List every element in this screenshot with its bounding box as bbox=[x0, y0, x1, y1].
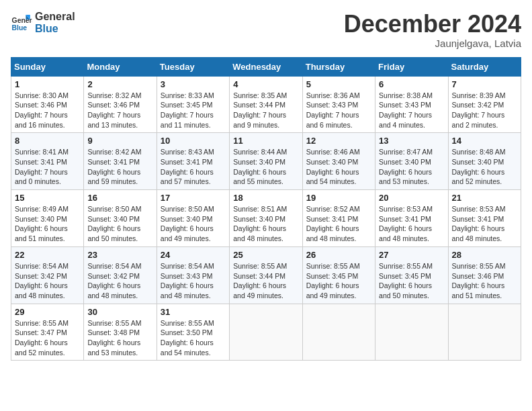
calendar-day-8: 8Sunrise: 8:41 AMSunset: 3:41 PMDaylight… bbox=[11, 133, 84, 190]
day-info: Sunrise: 8:52 AMSunset: 3:41 PMDaylight:… bbox=[306, 204, 371, 244]
calendar-week-5: 29Sunrise: 8:55 AMSunset: 3:47 PMDayligh… bbox=[11, 304, 521, 361]
day-info: Sunrise: 8:42 AMSunset: 3:41 PMDaylight:… bbox=[87, 147, 152, 187]
logo-icon: General Blue bbox=[11, 12, 32, 34]
day-info: Sunrise: 8:53 AMSunset: 3:41 PMDaylight:… bbox=[379, 204, 444, 244]
day-info: Sunrise: 8:55 AMSunset: 3:48 PMDaylight:… bbox=[87, 318, 152, 358]
logo: General Blue General Blue bbox=[11, 11, 75, 34]
calendar-day-22: 22Sunrise: 8:54 AMSunset: 3:42 PMDayligh… bbox=[11, 246, 84, 304]
day-info: Sunrise: 8:48 AMSunset: 3:40 PMDaylight:… bbox=[452, 147, 517, 187]
day-number: 30 bbox=[87, 307, 152, 317]
calendar-day-17: 17Sunrise: 8:50 AMSunset: 3:40 PMDayligh… bbox=[157, 190, 229, 247]
calendar-day-25: 25Sunrise: 8:55 AMSunset: 3:44 PMDayligh… bbox=[230, 246, 302, 304]
day-number: 31 bbox=[161, 307, 226, 317]
day-number: 5 bbox=[306, 79, 371, 89]
title-block: December 2024 Jaunjelgava, Latvia bbox=[344, 11, 521, 49]
weekday-header-friday: Friday bbox=[375, 57, 448, 76]
day-info: Sunrise: 8:54 AMSunset: 3:42 PMDaylight:… bbox=[15, 261, 80, 301]
calendar-day-15: 15Sunrise: 8:49 AMSunset: 3:40 PMDayligh… bbox=[11, 190, 84, 247]
calendar-day-7: 7Sunrise: 8:39 AMSunset: 3:42 PMDaylight… bbox=[448, 76, 521, 133]
calendar-day-21: 21Sunrise: 8:53 AMSunset: 3:41 PMDayligh… bbox=[448, 190, 521, 247]
logo-blue: Blue bbox=[35, 23, 75, 35]
weekday-header-wednesday: Wednesday bbox=[230, 57, 302, 76]
empty-cell bbox=[302, 304, 375, 361]
day-number: 28 bbox=[452, 250, 517, 260]
day-info: Sunrise: 8:55 AMSunset: 3:45 PMDaylight:… bbox=[379, 261, 444, 301]
calendar-day-28: 28Sunrise: 8:55 AMSunset: 3:46 PMDayligh… bbox=[448, 246, 521, 304]
day-info: Sunrise: 8:54 AMSunset: 3:42 PMDaylight:… bbox=[87, 261, 152, 301]
calendar-day-30: 30Sunrise: 8:55 AMSunset: 3:48 PMDayligh… bbox=[84, 304, 157, 361]
calendar-day-31: 31Sunrise: 8:55 AMSunset: 3:50 PMDayligh… bbox=[157, 304, 229, 361]
calendar-day-5: 5Sunrise: 8:36 AMSunset: 3:43 PMDaylight… bbox=[302, 76, 375, 133]
day-info: Sunrise: 8:36 AMSunset: 3:43 PMDaylight:… bbox=[306, 91, 371, 130]
day-number: 10 bbox=[161, 136, 226, 146]
weekday-header-saturday: Saturday bbox=[448, 57, 521, 76]
day-info: Sunrise: 8:30 AMSunset: 3:46 PMDaylight:… bbox=[15, 91, 80, 130]
calendar-day-24: 24Sunrise: 8:54 AMSunset: 3:43 PMDayligh… bbox=[157, 246, 229, 304]
calendar-day-3: 3Sunrise: 8:33 AMSunset: 3:45 PMDaylight… bbox=[157, 76, 229, 133]
day-number: 17 bbox=[161, 193, 226, 203]
day-number: 22 bbox=[15, 250, 80, 260]
calendar-day-1: 1Sunrise: 8:30 AMSunset: 3:46 PMDaylight… bbox=[11, 76, 84, 133]
calendar-day-2: 2Sunrise: 8:32 AMSunset: 3:46 PMDaylight… bbox=[84, 76, 157, 133]
day-number: 26 bbox=[306, 250, 371, 260]
calendar-day-11: 11Sunrise: 8:44 AMSunset: 3:40 PMDayligh… bbox=[230, 133, 302, 190]
weekday-header-sunday: Sunday bbox=[11, 57, 84, 76]
calendar-day-27: 27Sunrise: 8:55 AMSunset: 3:45 PMDayligh… bbox=[375, 246, 448, 304]
calendar-day-12: 12Sunrise: 8:46 AMSunset: 3:40 PMDayligh… bbox=[302, 133, 375, 190]
day-number: 9 bbox=[87, 136, 152, 146]
day-info: Sunrise: 8:35 AMSunset: 3:44 PMDaylight:… bbox=[233, 91, 298, 130]
calendar-day-4: 4Sunrise: 8:35 AMSunset: 3:44 PMDaylight… bbox=[230, 76, 302, 133]
month-title: December 2024 bbox=[344, 11, 521, 38]
calendar-day-16: 16Sunrise: 8:50 AMSunset: 3:40 PMDayligh… bbox=[84, 190, 157, 247]
day-number: 16 bbox=[87, 193, 152, 203]
calendar-day-23: 23Sunrise: 8:54 AMSunset: 3:42 PMDayligh… bbox=[84, 246, 157, 304]
day-number: 14 bbox=[452, 136, 517, 146]
day-number: 18 bbox=[233, 193, 298, 203]
calendar-week-4: 22Sunrise: 8:54 AMSunset: 3:42 PMDayligh… bbox=[11, 246, 521, 304]
weekday-header-tuesday: Tuesday bbox=[157, 57, 229, 76]
calendar-day-20: 20Sunrise: 8:53 AMSunset: 3:41 PMDayligh… bbox=[375, 190, 448, 247]
day-info: Sunrise: 8:38 AMSunset: 3:43 PMDaylight:… bbox=[379, 91, 444, 130]
calendar-day-18: 18Sunrise: 8:51 AMSunset: 3:40 PMDayligh… bbox=[230, 190, 302, 247]
day-info: Sunrise: 8:50 AMSunset: 3:40 PMDaylight:… bbox=[161, 204, 226, 244]
day-info: Sunrise: 8:32 AMSunset: 3:46 PMDaylight:… bbox=[87, 91, 152, 130]
day-number: 20 bbox=[379, 193, 444, 203]
day-info: Sunrise: 8:47 AMSunset: 3:40 PMDaylight:… bbox=[379, 147, 444, 187]
calendar-day-26: 26Sunrise: 8:55 AMSunset: 3:45 PMDayligh… bbox=[302, 246, 375, 304]
day-info: Sunrise: 8:55 AMSunset: 3:44 PMDaylight:… bbox=[233, 261, 298, 301]
day-info: Sunrise: 8:44 AMSunset: 3:40 PMDaylight:… bbox=[233, 147, 298, 187]
calendar-day-14: 14Sunrise: 8:48 AMSunset: 3:40 PMDayligh… bbox=[448, 133, 521, 190]
svg-text:Blue: Blue bbox=[12, 24, 28, 32]
logo-general: General bbox=[35, 11, 75, 23]
day-info: Sunrise: 8:41 AMSunset: 3:41 PMDaylight:… bbox=[15, 147, 80, 187]
day-number: 15 bbox=[15, 193, 80, 203]
calendar-day-10: 10Sunrise: 8:43 AMSunset: 3:41 PMDayligh… bbox=[157, 133, 229, 190]
day-info: Sunrise: 8:46 AMSunset: 3:40 PMDaylight:… bbox=[306, 147, 371, 187]
location: Jaunjelgava, Latvia bbox=[344, 38, 521, 49]
weekday-header-monday: Monday bbox=[84, 57, 157, 76]
day-info: Sunrise: 8:33 AMSunset: 3:45 PMDaylight:… bbox=[161, 91, 226, 130]
day-info: Sunrise: 8:43 AMSunset: 3:41 PMDaylight:… bbox=[161, 147, 226, 187]
day-number: 27 bbox=[379, 250, 444, 260]
day-number: 2 bbox=[87, 79, 152, 89]
day-info: Sunrise: 8:53 AMSunset: 3:41 PMDaylight:… bbox=[452, 204, 517, 244]
day-number: 25 bbox=[233, 250, 298, 260]
calendar-day-29: 29Sunrise: 8:55 AMSunset: 3:47 PMDayligh… bbox=[11, 304, 84, 361]
day-number: 7 bbox=[452, 79, 517, 89]
calendar-day-13: 13Sunrise: 8:47 AMSunset: 3:40 PMDayligh… bbox=[375, 133, 448, 190]
day-info: Sunrise: 8:39 AMSunset: 3:42 PMDaylight:… bbox=[452, 91, 517, 130]
day-info: Sunrise: 8:55 AMSunset: 3:46 PMDaylight:… bbox=[452, 261, 517, 301]
day-info: Sunrise: 8:55 AMSunset: 3:47 PMDaylight:… bbox=[15, 318, 80, 358]
empty-cell bbox=[230, 304, 302, 361]
day-number: 23 bbox=[87, 250, 152, 260]
empty-cell bbox=[448, 304, 521, 361]
calendar-week-1: 1Sunrise: 8:30 AMSunset: 3:46 PMDaylight… bbox=[11, 76, 521, 133]
calendar-week-3: 15Sunrise: 8:49 AMSunset: 3:40 PMDayligh… bbox=[11, 190, 521, 247]
day-number: 29 bbox=[15, 307, 80, 317]
day-number: 13 bbox=[379, 136, 444, 146]
day-info: Sunrise: 8:55 AMSunset: 3:50 PMDaylight:… bbox=[161, 318, 226, 358]
weekday-header-thursday: Thursday bbox=[302, 57, 375, 76]
day-number: 12 bbox=[306, 136, 371, 146]
page-header: General Blue General Blue December 2024 … bbox=[11, 11, 521, 49]
day-number: 21 bbox=[452, 193, 517, 203]
